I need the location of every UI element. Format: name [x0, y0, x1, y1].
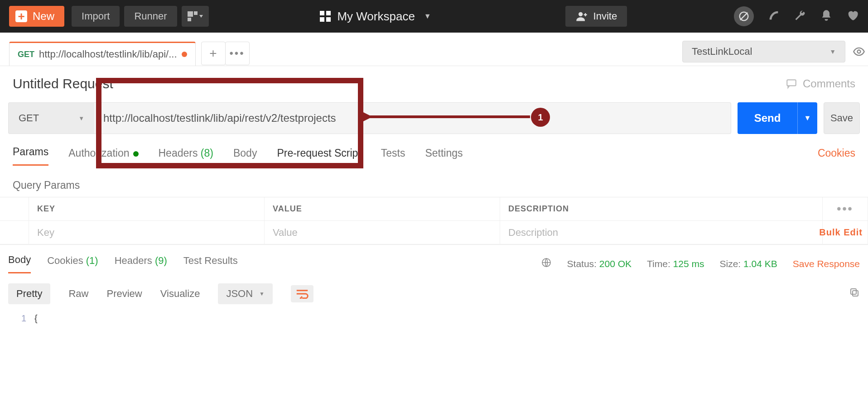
response-body[interactable]: 1 — [0, 311, 868, 325]
time-meta: Time: 125 ms — [647, 258, 704, 269]
resp-tab-headers[interactable]: Headers (9) — [115, 255, 167, 273]
response-toolbar: Pretty Raw Preview Visualize JSON ▼ — [0, 276, 868, 311]
add-tab-button[interactable]: + — [201, 42, 226, 65]
svg-point-7 — [858, 50, 861, 53]
svg-rect-0 — [188, 11, 193, 17]
new-label: New — [33, 10, 54, 23]
resp-tab-cookies[interactable]: Cookies (1) — [47, 255, 98, 273]
code-line — [34, 313, 38, 324]
size-meta: Size: 1.04 KB — [719, 258, 777, 269]
tab-title: http://localhost/testlink/lib/api/... — [39, 48, 177, 60]
wrap-icon — [295, 289, 309, 299]
svg-rect-2 — [188, 18, 191, 21]
chevron-down-icon: ▼ — [829, 48, 836, 55]
method-dropdown[interactable]: GET ▼ — [8, 102, 94, 134]
workspace-label: My Workspace — [337, 10, 415, 24]
reorder-col — [0, 197, 29, 220]
response-tabstrip: Body Cookies (1) Headers (9) Test Result… — [0, 244, 868, 276]
request-name[interactable]: Untitled Request — [13, 76, 113, 91]
status-meta: Status: 200 OK — [567, 258, 632, 269]
tab-method: GET — [18, 50, 34, 59]
unsaved-dot-icon — [182, 52, 187, 57]
plus-icon: + — [15, 10, 27, 22]
apps-icon — [320, 11, 331, 22]
topbar-right — [734, 6, 859, 26]
view-mode-segment: Pretty — [8, 283, 50, 304]
topbar: + New Import Runner My Workspace ▼ Invit… — [0, 0, 868, 33]
wrap-lines-button[interactable] — [291, 285, 313, 302]
tab-params[interactable]: Params — [13, 146, 48, 166]
environment-eye-icon[interactable] — [850, 41, 868, 62]
invite-button[interactable]: Invite — [565, 6, 627, 27]
tab-overflow-button[interactable]: ••• — [225, 42, 250, 65]
description-header: DESCRIPTION — [500, 197, 823, 220]
sync-off-icon[interactable] — [734, 6, 754, 26]
view-pretty[interactable]: Pretty — [16, 288, 42, 300]
environment-selected: TestLinkLocal — [692, 46, 752, 57]
create-new-dropdown[interactable] — [182, 6, 209, 27]
tab-body[interactable]: Body — [233, 147, 257, 166]
view-preview[interactable]: Preview — [106, 288, 142, 300]
request-title-row: Untitled Request Comments — [0, 66, 868, 94]
send-button[interactable]: Send ▼ — [738, 102, 817, 134]
invite-label: Invite — [593, 10, 617, 22]
view-visualize[interactable]: Visualize — [160, 288, 200, 300]
request-tabstrip: GET http://localhost/testlink/lib/api/..… — [0, 33, 868, 66]
copy-response-icon[interactable] — [849, 287, 860, 301]
tab-headers[interactable]: Headers (8) — [159, 147, 213, 166]
table-header-row: KEY VALUE DESCRIPTION ••• — [0, 197, 868, 221]
workspace-switcher[interactable]: My Workspace ▼ — [320, 10, 431, 24]
request-subtabs: Params Authorization Headers (8) Body Pr… — [0, 134, 868, 166]
svg-rect-8 — [787, 80, 796, 86]
key-header: KEY — [29, 197, 265, 220]
comments-button[interactable]: Comments — [786, 77, 855, 90]
svg-point-4 — [579, 12, 583, 16]
resp-tab-body[interactable]: Body — [8, 254, 31, 273]
satellite-icon[interactable] — [767, 9, 780, 24]
import-button[interactable]: Import — [72, 6, 120, 27]
svg-rect-1 — [194, 11, 198, 15]
tab-prerequest[interactable]: Pre-request Script — [277, 147, 361, 166]
format-dropdown[interactable]: JSON ▼ — [218, 283, 273, 304]
cookies-link[interactable]: Cookies — [818, 147, 855, 166]
runner-button[interactable]: Runner — [124, 6, 177, 27]
comments-label: Comments — [803, 77, 855, 90]
url-bar: GET ▼ Send ▼ Save — [0, 94, 868, 134]
tab-tests[interactable]: Tests — [381, 147, 405, 166]
save-button[interactable]: Save — [824, 102, 860, 134]
send-label: Send — [738, 112, 797, 124]
globe-icon[interactable] — [541, 257, 552, 270]
invite-icon — [575, 10, 588, 23]
new-button[interactable]: + New — [9, 6, 64, 27]
query-params-table: KEY VALUE DESCRIPTION ••• Bulk Edit Key … — [0, 197, 868, 244]
tab-authorization[interactable]: Authorization — [68, 147, 138, 166]
chevron-down-icon: ▼ — [424, 12, 431, 20]
save-response-link[interactable]: Save Response — [793, 258, 860, 269]
svg-marker-3 — [199, 15, 203, 18]
tab-settings[interactable]: Settings — [425, 147, 463, 166]
wrench-icon[interactable] — [794, 9, 806, 24]
comment-icon — [786, 78, 797, 90]
url-input-wrapper — [94, 102, 731, 134]
svg-rect-12 — [851, 289, 856, 294]
chevron-down-icon: ▼ — [259, 291, 265, 297]
resp-tab-test-results[interactable]: Test Results — [183, 255, 238, 273]
request-tab-active[interactable]: GET http://localhost/testlink/lib/api/..… — [9, 42, 196, 66]
svg-rect-11 — [853, 291, 858, 296]
line-number: 1 — [8, 313, 34, 324]
query-params-label: Query Params — [0, 166, 868, 197]
method-value: GET — [19, 112, 39, 124]
environment-dropdown[interactable]: TestLinkLocal ▼ — [682, 41, 845, 62]
heart-icon[interactable] — [846, 9, 859, 24]
table-options-button[interactable]: ••• — [823, 197, 868, 220]
svg-point-6 — [770, 18, 772, 20]
send-caret-icon[interactable]: ▼ — [797, 102, 817, 134]
value-header: VALUE — [265, 197, 500, 220]
bulk-edit-link[interactable]: Bulk Edit — [819, 227, 863, 238]
auth-active-dot-icon — [133, 151, 139, 157]
view-raw[interactable]: Raw — [68, 288, 88, 300]
chevron-down-icon: ▼ — [78, 115, 84, 122]
format-value: JSON — [226, 288, 253, 300]
bell-icon[interactable] — [820, 9, 833, 24]
url-input[interactable] — [103, 112, 722, 124]
